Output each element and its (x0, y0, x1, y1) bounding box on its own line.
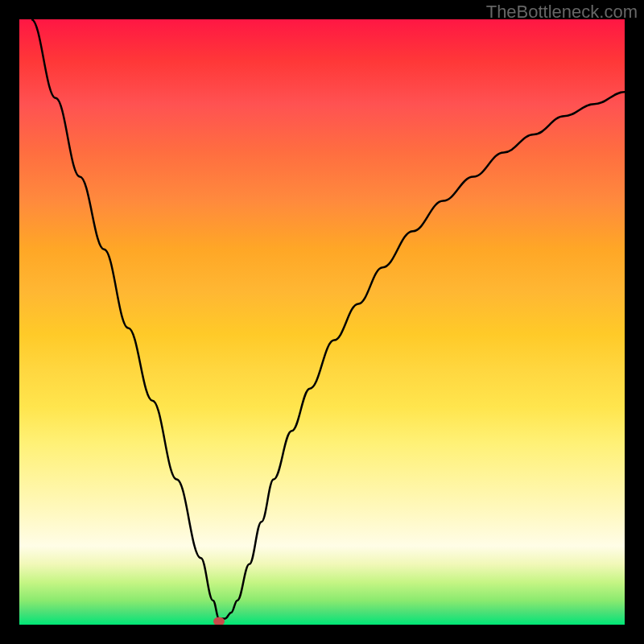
curve-svg (19, 19, 625, 625)
plot-area (19, 19, 625, 625)
optimal-point-marker (213, 617, 225, 625)
watermark-text: TheBottleneck.com (486, 2, 638, 23)
bottleneck-curve-path (31, 19, 625, 618)
